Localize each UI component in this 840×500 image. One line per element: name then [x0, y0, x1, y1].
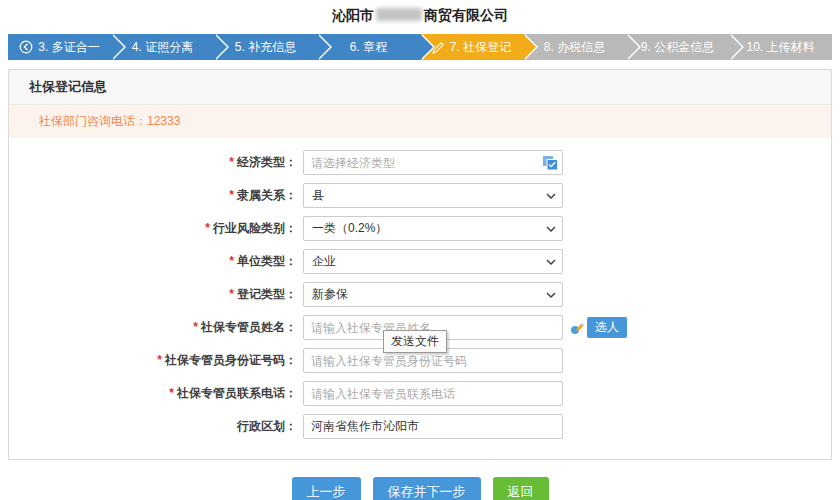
step-8-tax-info[interactable]: 8. 办税信息 — [523, 34, 626, 60]
chevron-down-icon — [546, 226, 556, 232]
panel-title: 社保登记信息 — [9, 70, 831, 105]
step-5-supplementary-info[interactable]: 5. 补充信息 — [214, 34, 317, 60]
step-9-housing-fund[interactable]: 9. 公积金信息 — [626, 34, 729, 60]
chevron-down-icon — [546, 193, 556, 199]
picker-check-icon[interactable] — [542, 154, 559, 171]
affiliation-select[interactable]: 县 — [303, 183, 563, 208]
step-label: 7. 社保登记 — [450, 39, 511, 56]
social-security-form: *经济类型： *隶属关系： 县 *行业风险类别： 一类（0.2%） *单位类型： — [9, 138, 831, 459]
unit-type-control: 企业 — [303, 249, 563, 274]
step-label: 3. 多证合一 — [38, 39, 99, 56]
step-label: 10. 上传材料 — [746, 39, 814, 56]
required-marker: * — [169, 386, 174, 400]
economic-type-input[interactable] — [303, 150, 563, 175]
industry-risk-select[interactable]: 一类（0.2%） — [303, 216, 563, 241]
field-label: *登记类型： — [9, 286, 297, 303]
step-label: 5. 补充信息 — [235, 39, 296, 56]
choose-person-button[interactable]: 选人 — [587, 317, 627, 338]
economic-type-control — [303, 150, 563, 175]
form-row-admin-phone: *社保专管员联系电话： — [9, 381, 831, 406]
field-label: *社保专管员联系电话： — [9, 385, 297, 402]
required-marker: * — [205, 221, 210, 235]
person-pencil-icon[interactable] — [570, 320, 585, 335]
field-label: *行业风险类别： — [9, 220, 297, 237]
company-name-prefix: 沁阳市 — [332, 7, 374, 23]
form-row-registration-type: *登记类型： 新参保 — [9, 282, 831, 307]
send-file-tooltip: 发送文件 — [383, 330, 447, 353]
step-7-social-security[interactable]: 7. 社保登记 — [420, 34, 523, 60]
step-10-upload-materials[interactable]: 10. 上传材料 — [729, 34, 832, 60]
step-4-license-separation[interactable]: 4. 证照分离 — [111, 34, 214, 60]
form-row-affiliation: *隶属关系： 县 — [9, 183, 831, 208]
save-and-next-button[interactable]: 保存并下一步 — [373, 477, 481, 500]
required-marker: * — [193, 320, 198, 334]
form-row-economic-type: *经济类型： — [9, 150, 831, 175]
step-label: 4. 证照分离 — [132, 39, 193, 56]
industry-risk-control: 一类（0.2%） — [303, 216, 563, 241]
chevron-down-icon — [546, 259, 556, 265]
page-title: 沁阳市商贸有限公司 — [0, 0, 840, 25]
admin-phone-control — [303, 381, 563, 406]
registration-type-select[interactable]: 新参保 — [303, 282, 563, 307]
registration-type-control: 新参保 — [303, 282, 563, 307]
company-name-suffix: 商贸有限公司 — [424, 7, 508, 23]
form-row-admin-division: 行政区划： — [9, 414, 831, 439]
social-security-panel: 社保登记信息 社保部门咨询电话：12333 *经济类型： *隶属关系： 县 *行… — [8, 69, 832, 460]
return-button[interactable]: 返回 — [493, 477, 549, 500]
required-marker: * — [229, 188, 234, 202]
required-marker: * — [229, 287, 234, 301]
step-label: 6. 章程 — [350, 39, 387, 56]
step-wizard-bar: 3. 多证合一 4. 证照分离 5. 补充信息 6. 章程 7. 社保登记 8.… — [8, 34, 832, 60]
previous-step-button[interactable]: 上一步 — [292, 477, 361, 500]
step-3-multi-cert[interactable]: 3. 多证合一 — [8, 34, 111, 60]
step-label: 8. 办税信息 — [544, 39, 605, 56]
field-label: *社保专管员身份证号码： — [9, 352, 297, 369]
required-marker: * — [229, 155, 234, 169]
consult-phone-notice: 社保部门咨询电话：12333 — [9, 105, 831, 138]
choose-person-group: 选人 — [570, 317, 627, 338]
required-marker: * — [157, 353, 162, 367]
field-label: *社保专管员姓名： — [9, 319, 297, 336]
step-6-articles[interactable]: 6. 章程 — [317, 34, 420, 60]
unit-type-select[interactable]: 企业 — [303, 249, 563, 274]
admin-division-control — [303, 414, 563, 439]
field-label: *经济类型： — [9, 154, 297, 171]
redacted-company-name — [376, 8, 422, 21]
required-marker: * — [229, 254, 234, 268]
chevron-down-icon — [546, 292, 556, 298]
footer-actions: 上一步 保存并下一步 返回 — [0, 477, 840, 500]
form-row-unit-type: *单位类型： 企业 — [9, 249, 831, 274]
admin-division-input[interactable] — [303, 414, 563, 439]
admin-phone-input[interactable] — [303, 381, 563, 406]
form-row-industry-risk: *行业风险类别： 一类（0.2%） — [9, 216, 831, 241]
step-label: 9. 公积金信息 — [641, 39, 714, 56]
field-label: *单位类型： — [9, 253, 297, 270]
affiliation-control: 县 — [303, 183, 563, 208]
back-circle-icon — [19, 40, 33, 54]
field-label: 行政区划： — [9, 418, 297, 435]
field-label: *隶属关系： — [9, 187, 297, 204]
